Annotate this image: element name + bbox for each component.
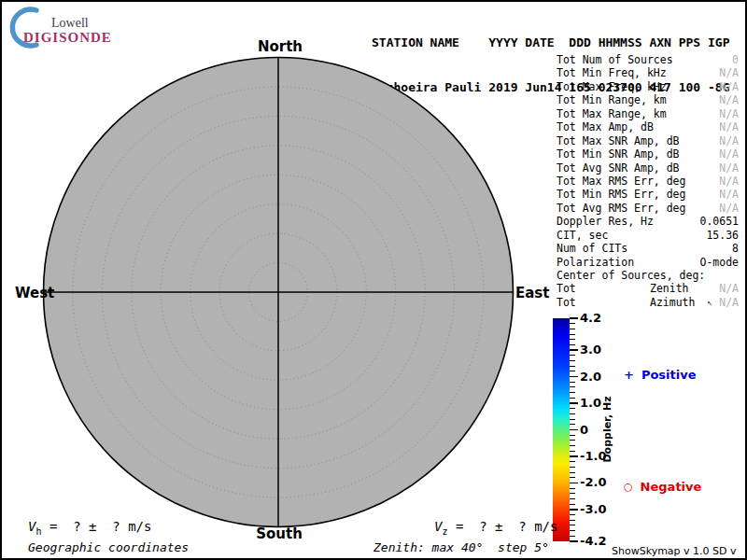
colorbar-minor-tick (570, 323, 575, 324)
software-version-label: ShowSkymap v 1.0 SD v 5.1 (612, 545, 747, 560)
stat-label: CIT, sec (557, 229, 608, 242)
colorbar-major-tick (570, 540, 578, 542)
stat-label: Polarization (557, 256, 634, 269)
stat-row: Center of Sources, deg: (557, 269, 740, 282)
stat-label: Tot (557, 296, 576, 309)
colorbar-tick-label: 2.0 (580, 370, 601, 384)
vh-value: = ? ± ? m/s (41, 519, 151, 534)
doppler-colorbar: 4.23.02.01.00-1.0-2.0-3.0-4.2 Doppler, H… (553, 318, 744, 547)
stat-row: Tot Avg SNR Amp, dBN/A (557, 161, 740, 175)
stat-value: N/A (719, 188, 739, 201)
stat-label: Tot Max Freq, kHz (557, 80, 667, 93)
stat-label: Tot Min RMS Err, deg (557, 188, 685, 201)
colorbar-tick-label: -4.2 (580, 534, 606, 548)
stat-value: N/A (719, 93, 739, 106)
stat-value: N/A (719, 147, 739, 161)
stat-value: N/A (719, 66, 739, 79)
colorbar-minor-tick (570, 398, 575, 399)
colorbar-minor-tick (570, 472, 575, 473)
stat-value: 15.36 (706, 229, 739, 242)
stat-row: Tot Min SNR Amp, dBN/A (557, 147, 740, 161)
colorbar-minor-tick (570, 344, 575, 345)
colorbar-minor-tick (570, 451, 575, 452)
colorbar-minor-tick (570, 424, 575, 425)
stat-row: CIT, sec15.36 (557, 229, 740, 242)
legend-negative-label: Negative (641, 480, 702, 494)
stat-sublabel: Azimuth (650, 296, 695, 309)
plus-marker-icon: + (624, 368, 634, 382)
colorbar-minor-tick (570, 435, 575, 436)
skymap-window: Lowell DIGISONDE STATION NAME YYYY DATE … (0, 0, 747, 560)
stat-label: Tot Min Freq, kHz (557, 66, 667, 79)
colorbar-minor-tick (570, 530, 575, 531)
stat-row: Tot Max Range, kmN/A (557, 107, 740, 120)
stat-row: Tot Min Range, kmN/A (557, 93, 740, 106)
stat-row: Tot Max SNR Amp, dBN/A (557, 134, 740, 147)
colorbar-minor-tick (570, 504, 575, 505)
colorbar-major-tick (570, 349, 578, 351)
stat-value: 0 (732, 53, 739, 66)
colorbar-minor-tick (570, 520, 575, 521)
colorbar-tick-label: 0 (580, 423, 588, 437)
compass-label-west: West (15, 285, 54, 301)
stat-label: Tot Min Range, km (557, 93, 667, 106)
stat-value: 8 (732, 242, 739, 255)
colorbar-major-tick (570, 455, 578, 457)
colorbar-major-tick (570, 402, 578, 404)
stat-row: Num of CITs8 (557, 242, 740, 255)
colorbar-minor-tick (570, 419, 575, 420)
stat-row: PolarizationO-mode (557, 256, 740, 269)
stat-value: N/A (719, 161, 739, 175)
stat-value: N/A (719, 175, 739, 188)
colorbar-minor-tick (570, 329, 575, 329)
colorbar-minor-tick (570, 477, 575, 478)
stat-label: Tot (557, 282, 576, 295)
colorbar-tick-label: -2.0 (580, 475, 606, 489)
colorbar-minor-tick (570, 467, 575, 468)
stat-row: Tot Max Amp, dBN/A (557, 120, 740, 133)
colorbar-major-tick (570, 429, 578, 431)
coordinates-caption: Geographic coordinates (28, 540, 189, 554)
stat-value: 0.0651 (699, 215, 739, 228)
horizontal-velocity-readout: Vh = ? ± ? m/s (28, 519, 151, 537)
cursor-arrow-icon: ↖ (707, 296, 712, 309)
stat-label: Center of Sources, deg: (557, 269, 705, 282)
colorbar-minor-tick (570, 371, 575, 371)
compass-label-east: East (515, 285, 549, 301)
stat-sublabel: Zenith (650, 282, 689, 295)
colorbar-major-tick (570, 376, 578, 378)
stat-row: Tot Min RMS Err, degN/A (557, 188, 740, 201)
colorbar-axis-label: Doppler, Hz (601, 396, 613, 462)
vz-value: = ? ± ? m/s (447, 519, 557, 534)
colorbar-minor-tick (570, 536, 575, 537)
legend-positive-label: Positive (641, 368, 697, 382)
colorbar-tick-label: 1.0 (580, 396, 601, 410)
stat-row: TotAzimuth↖N/A (557, 296, 740, 309)
stat-label: Tot Max Amp, dB (557, 120, 654, 133)
colorbar-gradient (553, 318, 570, 541)
colorbar-tick-label: 3.0 (580, 343, 601, 357)
colorbar-minor-tick (570, 382, 575, 383)
colorbar-minor-tick (570, 334, 575, 335)
statistics-panel: Tot Num of Sources0Tot Min Freq, kHzN/AT… (557, 53, 740, 309)
stat-row: Tot Avg RMS Err, degN/A (557, 202, 740, 215)
colorbar-tick-label: 4.2 (580, 311, 601, 325)
stat-value: N/A (719, 282, 739, 295)
colorbar-minor-tick (570, 461, 575, 462)
colorbar-minor-tick (570, 445, 575, 446)
compass-label-south: South (256, 525, 303, 542)
colorbar-minor-tick (570, 413, 575, 414)
stat-value: N/A (719, 296, 739, 309)
stat-label: Tot Max SNR Amp, dB (557, 134, 680, 147)
stat-row: TotZenithN/A (557, 282, 740, 295)
stat-row: Doppler Res, Hz0.0651 (557, 215, 740, 228)
stat-row: Tot Num of Sources0 (557, 53, 740, 66)
zenith-range-caption: Zenith: max 40° step 5° (374, 540, 549, 554)
stat-row: Tot Min Freq, kHzN/A (557, 66, 740, 79)
colorbar-minor-tick (570, 440, 575, 441)
colorbar-tick-label: -3.0 (580, 502, 606, 516)
colorbar-minor-tick (570, 360, 575, 361)
stat-value: N/A (719, 120, 739, 133)
stat-value: N/A (719, 80, 739, 93)
legend-positive: + Positive (624, 368, 697, 382)
